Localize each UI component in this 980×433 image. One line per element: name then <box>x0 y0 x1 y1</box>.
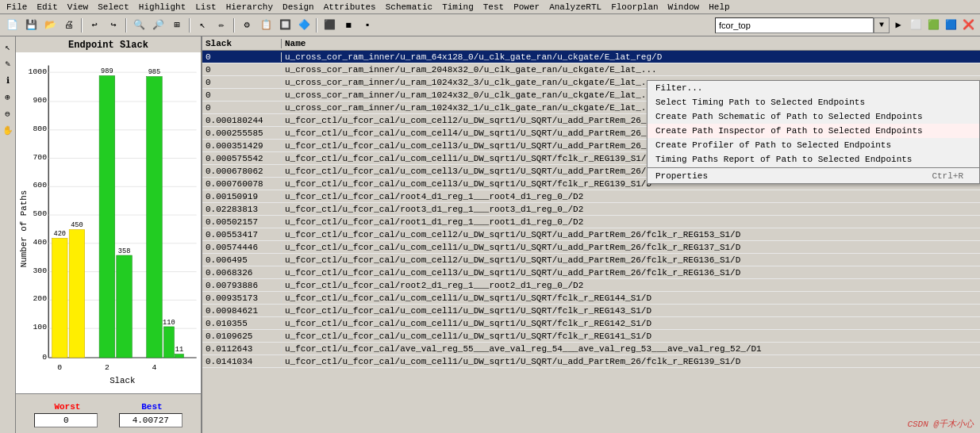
table-row[interactable]: 0.010355u_fcor_ctl/u_fcor_cal/u_com_cell… <box>202 317 980 330</box>
svg-text:500: 500 <box>33 209 47 218</box>
table-row[interactable]: 0.0141034u_fcor_ctl/u_fcor_cal/u_com_cel… <box>202 355 980 368</box>
menu-edit[interactable]: Edit <box>32 2 62 13</box>
search-dropdown-btn[interactable]: ▼ <box>874 17 890 33</box>
tool-zoom-in[interactable]: ⊕ <box>1 90 15 104</box>
table-row[interactable]: 0.00935173u_fcor_ctl/u_fcor_cal/u_com_ce… <box>202 292 980 305</box>
chart-svg: Number of Paths 0 100 200 300 400 500 60… <box>16 56 201 393</box>
zoom-in-btn[interactable]: 🔍 <box>130 17 148 34</box>
ctx-menu-item-4[interactable]: Create Profiler of Path to Selected Endp… <box>648 138 979 152</box>
table-row[interactable]: 0.0112643u_fcor_ctl/u_fcor_cal/ave_val_r… <box>202 343 980 355</box>
cell-slack: 0.000255585 <box>202 128 282 138</box>
zoom-out-btn[interactable]: 🔎 <box>149 17 167 34</box>
svg-text:985: 985 <box>148 68 161 76</box>
chip3-btn[interactable]: ▪ <box>359 17 376 34</box>
ctx-menu-item-0[interactable]: Filter... <box>648 81 979 95</box>
ctx-menu-item-5[interactable]: Timing Paths Report of Path to Selected … <box>648 152 979 167</box>
svg-text:450: 450 <box>71 221 83 229</box>
view-btn3[interactable]: 🟦 <box>942 17 959 34</box>
cell-slack: 0.006495 <box>202 255 282 265</box>
menu-window[interactable]: Window <box>663 2 705 13</box>
chart-values: 0 4.00727 <box>16 413 201 427</box>
table-row[interactable]: 0.00150919u_fcor_ctl/u_fcor_cal/root4_d1… <box>202 190 980 203</box>
undo-btn[interactable]: ↩ <box>86 17 103 34</box>
save-btn[interactable]: 💾 <box>22 17 40 34</box>
table-row[interactable]: 0.00502157u_fcor_ctl/u_fcor_cal/root1_d1… <box>202 216 980 228</box>
report-btn[interactable]: 📋 <box>257 17 275 34</box>
table-row[interactable]: 0u_cross_cor_ram_inner/u_ram_64x128_0/u_… <box>202 51 980 63</box>
ctx-menu-item-3[interactable]: Create Path Inspector of Path to Selecte… <box>648 124 979 138</box>
ctx-menu-item-1[interactable]: Select Timing Path to Selected Endpoints <box>648 95 979 109</box>
menu-help[interactable]: Help <box>704 2 734 13</box>
fit-btn[interactable]: ⊞ <box>168 17 186 34</box>
menu-analyzertl[interactable]: AnalyzeRTL <box>544 2 606 13</box>
table-row[interactable]: 0.00574446u_fcor_ctl/u_fcor_cal/u_com_ce… <box>202 241 980 254</box>
cell-slack: 0.010355 <box>202 319 282 328</box>
print-btn[interactable]: 🖨 <box>60 17 78 34</box>
menu-design[interactable]: Design <box>278 2 319 13</box>
menu-list[interactable]: List <box>190 2 221 13</box>
net-btn[interactable]: 🔷 <box>295 17 313 34</box>
tool-pan[interactable]: ✋ <box>1 123 15 137</box>
ctx-item-shortcut: Ctrl+R <box>932 171 963 181</box>
cell-slack: 0 <box>202 65 282 75</box>
menu-highlight[interactable]: Highlight <box>134 2 190 13</box>
cell-slack: 0 <box>202 103 282 113</box>
menu-view[interactable]: View <box>63 2 93 13</box>
cell-slack: 0.000180244 <box>202 116 282 125</box>
redo-btn[interactable]: ↪ <box>105 17 122 34</box>
menu-timing[interactable]: Timing <box>437 2 478 13</box>
menu-hierarchy[interactable]: Hierarchy <box>221 2 278 13</box>
tool-info[interactable]: ℹ <box>1 73 15 87</box>
menu-select[interactable]: Select <box>93 2 134 13</box>
table-row[interactable]: 0.00984621u_fcor_ctl/u_fcor_cal/u_com_ce… <box>202 305 980 317</box>
view-btn2[interactable]: 🟩 <box>924 17 942 34</box>
tool-zoom-out[interactable]: ⊖ <box>1 106 15 121</box>
cell-slack: 0.00984621 <box>202 306 282 316</box>
menu-floorplan[interactable]: Floorplan <box>606 2 663 13</box>
svg-text:358: 358 <box>118 247 131 255</box>
tool-select[interactable]: ↖ <box>1 40 15 54</box>
menu-power[interactable]: Power <box>509 2 544 13</box>
table-row[interactable]: 0.02283813u_fcor_ctl/u_fcor_cal/root3_d1… <box>202 203 980 216</box>
cell-name: u_fcor_ctl/u_fcor_cal/root1_d1_reg_1___r… <box>282 217 980 227</box>
ctx-item-label: Properties <box>655 171 708 181</box>
table-row[interactable]: 0.0068326u_fcor_ctl/u_fcor_cal/u_com_cel… <box>202 266 980 279</box>
tool-edit[interactable]: ✎ <box>1 56 15 71</box>
select-btn[interactable]: ↖ <box>194 17 211 34</box>
search-input[interactable] <box>715 17 874 33</box>
menu-schematic[interactable]: Schematic <box>381 2 437 13</box>
table-row[interactable]: 0.006495u_fcor_ctl/u_fcor_cal/u_com_cell… <box>202 254 980 266</box>
cell-slack: 0.00553417 <box>202 230 282 239</box>
table-row[interactable]: 0u_cross_cor_ram_inner/u_ram_2048x32_0/u… <box>202 63 980 76</box>
menu-attributes[interactable]: Attributes <box>319 2 381 13</box>
cell-slack: 0.00150919 <box>202 192 282 201</box>
new-btn[interactable]: 📄 <box>3 17 21 34</box>
menu-test[interactable]: Test <box>478 2 509 13</box>
table-row[interactable]: 0.00553417u_fcor_ctl/u_fcor_cal/u_com_ce… <box>202 228 980 241</box>
hier-btn[interactable]: 🔲 <box>276 17 294 34</box>
table-row[interactable]: 0.00793886u_fcor_ctl/u_fcor_cal/root2_d1… <box>202 279 980 292</box>
prop-btn[interactable]: ⚙ <box>238 17 256 34</box>
ctx-item-label: Create Profiler of Path to Selected Endp… <box>655 140 891 150</box>
chart-best-value[interactable]: 4.00727 <box>119 413 183 427</box>
svg-text:2: 2 <box>105 363 110 372</box>
menu-file[interactable]: File <box>2 2 32 13</box>
chip2-btn[interactable]: ◼ <box>340 17 357 34</box>
svg-rect-28 <box>99 76 115 358</box>
chip-btn[interactable]: ⬛ <box>321 17 338 34</box>
search-go-btn[interactable]: ▶ <box>890 17 907 34</box>
main-area: ↖ ✎ ℹ ⊕ ⊖ ✋ Endpoint Slack Number of Pat… <box>0 36 980 433</box>
ctx-menu-item-2[interactable]: Create Path Schematic of Path to Selecte… <box>648 109 979 124</box>
svg-rect-26 <box>69 230 85 358</box>
chart-worst-value[interactable]: 0 <box>34 413 98 427</box>
menubar: File Edit View Select Highlight List Hie… <box>0 0 980 14</box>
ctx-menu-item-6[interactable]: PropertiesCtrl+R <box>648 169 979 183</box>
view-btn4[interactable]: ❌ <box>959 17 977 34</box>
view-btn1[interactable]: ⬜ <box>907 17 924 34</box>
highlight-btn[interactable]: ✏ <box>213 17 230 34</box>
table-row[interactable]: 0.0109625u_fcor_ctl/u_fcor_cal/u_com_cel… <box>202 330 980 343</box>
open-btn[interactable]: 📂 <box>41 17 59 34</box>
svg-text:110: 110 <box>163 319 175 327</box>
svg-rect-34 <box>163 327 174 358</box>
chart-bottom: Worst Best 0 4.00727 <box>16 393 201 433</box>
